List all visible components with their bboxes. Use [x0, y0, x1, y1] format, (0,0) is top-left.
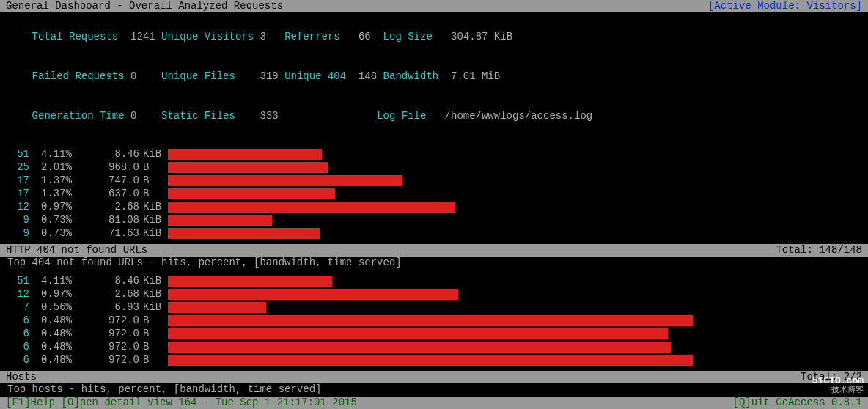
value-log-file: /home/wwwlogs/access.log [445, 110, 593, 122]
row-hits: 6 [7, 340, 29, 353]
row-hits: 7 [7, 301, 29, 314]
row-hits: 51 [7, 147, 29, 161]
active-module-label: [Active Module: Visitors] [708, 0, 862, 12]
data-row: 60.48%972.0B [7, 353, 861, 366]
footer-bar: [F1]Help [O]pen detail view 164 - Tue Se… [0, 397, 868, 409]
data-row: 171.37%637.0B [7, 187, 861, 200]
row-hits: 17 [7, 187, 29, 200]
row-hits: 12 [7, 200, 29, 213]
row-percent: 4.11% [34, 274, 72, 287]
data-row: 60.48%972.0B [7, 314, 861, 327]
value-static-files: 333 [260, 110, 279, 122]
section-404-subhead: Top 404 not found URLs - hits, percent, … [0, 257, 868, 271]
section-404-title: HTTP 404 not found URLs [6, 244, 147, 257]
label-log-file: Log File [377, 110, 426, 122]
redacted-bar [168, 215, 272, 226]
value-referrers: 66 [358, 31, 371, 43]
row-percent: 0.73% [34, 226, 72, 240]
data-row: 120.97%2.68KiB [7, 287, 861, 301]
data-row: 120.97%2.68KiB [7, 200, 861, 213]
value-log-size: 304.87 KiB [451, 31, 512, 43]
row-unit: B [143, 187, 162, 200]
summary-stats: Total Requests 1241 Unique Visitors 3 Re… [0, 12, 868, 137]
section-404-header: HTTP 404 not found URLs Total: 148/148 [0, 244, 868, 257]
value-unique-visitors: 3 [260, 31, 266, 43]
redacted-bar [168, 302, 266, 313]
row-bandwidth: 972.0 [79, 327, 139, 340]
row-hits: 9 [7, 213, 29, 226]
footer-quit-text[interactable]: [Q]uit GoAccess 0.8.1 [733, 397, 862, 409]
row-percent: 0.48% [34, 327, 72, 340]
dashboard-header: General Dashboard - Overall Analyzed Req… [0, 0, 868, 12]
row-bandwidth: 972.0 [79, 314, 139, 327]
data-row: 171.37%747.0B [7, 174, 861, 187]
row-bandwidth: 8.46 [79, 274, 139, 287]
data-row: 90.73%81.08KiB [7, 213, 861, 226]
label-unique-404: Unique 404 [284, 70, 346, 82]
row-unit: B [143, 327, 162, 340]
row-bandwidth: 8.46 [79, 147, 139, 161]
value-unique-files: 319 [260, 70, 279, 82]
watermark-line2: 技术博客 [831, 386, 864, 394]
row-unit: KiB [143, 274, 162, 287]
row-hits: 17 [7, 174, 29, 187]
row-unit: B [143, 314, 162, 327]
redacted-bar [168, 342, 671, 353]
redacted-bar [168, 175, 402, 186]
row-bandwidth: 747.0 [79, 174, 139, 187]
row-unit: KiB [143, 287, 162, 301]
label-referrers: Referrers [284, 31, 340, 43]
row-unit: B [143, 174, 162, 187]
header-title: General Dashboard - Overall Analyzed Req… [6, 0, 283, 12]
row-unit: KiB [143, 226, 162, 240]
row-unit: KiB [143, 301, 162, 314]
redacted-bar [168, 228, 320, 239]
footer-help-text[interactable]: [F1]Help [O]pen detail view 164 - Tue Se… [6, 397, 357, 409]
row-percent: 0.48% [34, 340, 72, 353]
data-row: 514.11%8.46KiB [7, 274, 861, 287]
panel-404-urls: 514.11%8.46KiB120.97%2.68KiB70.56%6.93Ki… [0, 271, 868, 371]
row-percent: 1.37% [34, 174, 72, 187]
row-percent: 1.37% [34, 187, 72, 200]
row-bandwidth: 6.93 [79, 301, 139, 314]
redacted-bar [168, 276, 332, 287]
redacted-bar [168, 149, 322, 160]
row-hits: 9 [7, 226, 29, 240]
row-unit: KiB [143, 147, 162, 161]
watermark-line1: 51CTO.com [812, 375, 864, 386]
redacted-bar [168, 202, 455, 213]
row-percent: 0.73% [34, 213, 72, 226]
row-unit: KiB [143, 200, 162, 213]
redacted-bar [168, 315, 693, 326]
data-row: 252.01%968.0B [7, 161, 861, 174]
value-total-requests: 1241 [130, 31, 155, 43]
redacted-bar [168, 162, 328, 173]
panel-top-urls: 514.11%8.46KiB252.01%968.0B171.37%747.0B… [0, 144, 868, 244]
label-unique-visitors: Unique Visitors [161, 31, 254, 43]
row-bandwidth: 972.0 [79, 340, 139, 353]
row-percent: 4.11% [34, 147, 72, 161]
row-bandwidth: 2.68 [79, 287, 139, 301]
row-hits: 6 [7, 353, 29, 366]
data-row: 70.56%6.93KiB [7, 301, 861, 314]
row-unit: B [143, 353, 162, 366]
data-row: 60.48%972.0B [7, 340, 861, 353]
row-hits: 6 [7, 314, 29, 327]
watermark: 51CTO.com 技术博客 [812, 377, 864, 394]
label-gen-time: Generation Time [32, 110, 125, 122]
value-unique-404: 148 [358, 70, 377, 82]
row-unit: B [143, 161, 162, 174]
row-unit: B [143, 340, 162, 353]
label-failed-requests: Failed Requests [32, 70, 125, 82]
section-hosts-subhead: Top hosts - hits, percent, [bandwidth, t… [0, 383, 868, 398]
data-row: 90.73%71.63KiB [7, 226, 861, 240]
section-404-total: Total: 148/148 [776, 244, 862, 257]
data-row: 60.48%972.0B [7, 327, 861, 340]
redacted-bar [168, 289, 458, 300]
row-bandwidth: 2.68 [79, 200, 139, 213]
row-percent: 0.97% [34, 287, 72, 301]
row-hits: 51 [7, 274, 29, 287]
section-hosts-title: Hosts [6, 371, 37, 383]
redacted-bar [168, 188, 335, 199]
label-static-files: Static Files [161, 110, 235, 122]
